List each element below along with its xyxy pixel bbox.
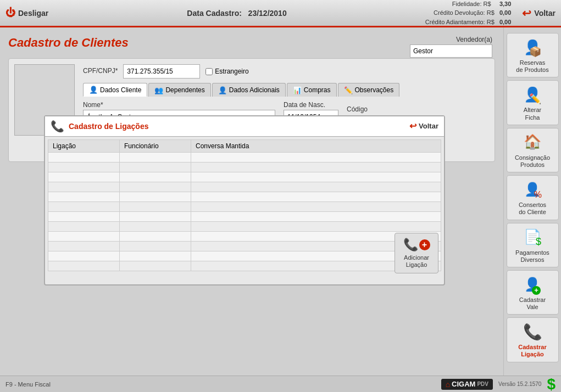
sidebar-cadastrar-ligacao[interactable]: 📞 CadastrarLigação [507,317,559,362]
voltar-top-button[interactable]: ↩ Voltar [516,4,561,23]
sidebar-pagamentos[interactable]: 📄 $ PagamentosDiversos [507,223,559,267]
voltar-top-label: Voltar [534,9,556,18]
client-tabs: 👤 Dados Cliente 👥 Dependentes 👤 Dados Ad… [83,83,489,97]
table-row [48,261,441,271]
voltar-lig-label: Voltar [419,122,438,130]
consignacao-icon: 🏠 [524,132,541,153]
table-cell-conversa [191,212,441,222]
table-cell-ligacao [48,182,120,192]
table-cell-conversa [191,192,441,202]
table-cell-funcionario [120,232,191,242]
reservas-label: Reservasde Produtos [516,59,548,74]
table-cell-conversa [191,172,441,182]
sidebar-consertos[interactable]: 👤 % Consertosdo Cliente [507,175,559,220]
credito-devolucao-label: Crédito Devolução: R$ [434,9,495,16]
cigam-brand: CIGAM [452,380,475,388]
plus-circle: + [419,239,430,250]
table-cell-funcionario [120,192,191,202]
table-cell-funcionario [120,153,191,163]
top-bar: ⏻ Desligar Data Cadastro: 23/12/2010 Fid… [0,0,561,27]
estrangeiro-checkbox[interactable]: Estrangeiro [205,68,248,75]
shortcut-label: F9 - Menu Fiscal [5,381,51,388]
desligar-button[interactable]: ⏻ Desligar [5,7,48,19]
table-cell-conversa [191,163,441,172]
nome-label: Nome* [83,101,275,109]
alterar-icon: 👤 ✏️ [524,84,541,105]
cigam-logo: ⌂ CIGAM PDV [441,379,493,390]
table-cell-funcionario [120,163,191,172]
table-cell-ligacao [48,192,120,202]
tab-dep-icon: 👥 [154,86,163,94]
pagamentos-label: PagamentosDiversos [515,249,549,264]
tab-compras-icon: 📊 [293,86,302,94]
sidebar-cadastrar-vale[interactable]: 👤 + CadastrarVale [507,270,559,315]
table-cell-ligacao [48,153,120,163]
table-cell-conversa [191,222,441,232]
table-cell-ligacao [48,242,120,251]
table-row [48,242,441,251]
ligacoes-dialog: 📞 Cadastro de Ligações ↩ Voltar Ligação … [44,115,445,285]
pagamentos-icon: 📄 $ [524,227,541,248]
codigo-label: Código [347,105,376,113]
table-row [48,192,441,202]
table-cell-ligacao [48,222,120,232]
table-cell-conversa [191,182,441,192]
table-row [48,212,441,222]
table-cell-ligacao [48,251,120,261]
data-cadastro-area: Data Cadastro: 23/12/2010 [48,8,425,18]
table-row [48,232,441,242]
bottom-right: ⌂ CIGAM PDV Versão 15.2.1570 $ [441,376,556,393]
credito-adiantamento-value: 0,00 [499,19,511,25]
table-row [48,222,441,232]
estrangeiro-label: Estrangeiro [215,68,248,75]
tab-obs-label: Observações [355,86,394,94]
sidebar-consignacao[interactable]: 🏠 ConsignaçãoProdutos [507,128,559,172]
tab-compras-label: Compras [304,86,331,94]
credito-devolucao-value: 0,00 [499,9,511,16]
ligacao-label: CadastrarLigação [518,344,546,358]
adicionar-ligacao-button[interactable]: 📞 + AdicionarLigação [395,233,438,273]
desligar-label: Desligar [18,9,48,18]
voltar-lig-icon: ↩ [409,121,416,131]
table-cell-funcionario [120,212,191,222]
table-cell-ligacao [48,163,120,172]
tab-dep-label: Dependentes [165,86,204,94]
sidebar-reservas[interactable]: 👤 📦 Reservasde Produtos [507,33,559,77]
power-icon: ⏻ [5,7,15,19]
table-cell-funcionario [120,202,191,212]
reservas-icon: 👤 📦 [524,37,541,58]
tab-dados-cliente[interactable]: 👤 Dados Cliente [83,83,147,97]
tab-dados-adicionais[interactable]: 👤 Dados Adicionais [212,83,286,97]
left-content: Cadastro de Clientes Vendedor(a) CPF/CNP… [0,27,503,392]
cigam-house-icon: ⌂ [446,380,450,389]
fidelidade-value: 3,30 [499,1,511,7]
vale-label: CadastrarVale [519,296,546,311]
phone-icon: 📞 [51,120,64,133]
table-cell-ligacao [48,202,120,212]
vendedor-input[interactable] [410,44,492,58]
estrangeiro-check[interactable] [205,68,213,75]
ligacao-icon: 📞 [523,321,542,342]
tab-dados-label: Dados Cliente [100,86,141,94]
tab-observacoes[interactable]: ✏️ Observações [338,83,400,97]
table-row [48,251,441,261]
table-cell-funcionario [120,242,191,251]
table-row [48,182,441,192]
adicionar-icons: 📞 + [403,238,430,252]
ligacoes-table: Ligação Funcionário Conversa Mantida [48,139,441,271]
consertos-label: Consertosdo Cliente [519,201,546,216]
tab-compras[interactable]: 📊 Compras [287,83,337,97]
voltar-ligacoes-button[interactable]: ↩ Voltar [409,121,438,131]
cpf-label: CPF/CNPJ* [83,67,118,75]
cpf-input[interactable] [123,64,200,79]
tab-dependentes[interactable]: 👥 Dependentes [148,83,210,97]
nasc-label: Data de Nasc. [284,101,338,109]
col-conversa: Conversa Mantida [191,140,441,153]
table-cell-funcionario [120,182,191,192]
table-row [48,163,441,172]
table-cell-ligacao [48,232,120,242]
sidebar-alterar-ficha[interactable]: 👤 ✏️ AlterarFicha [507,80,559,125]
dollar-icon: $ [547,376,556,393]
voltar-top-icon: ↩ [522,7,531,20]
ligacoes-header: 📞 Cadastro de Ligações [45,116,444,137]
